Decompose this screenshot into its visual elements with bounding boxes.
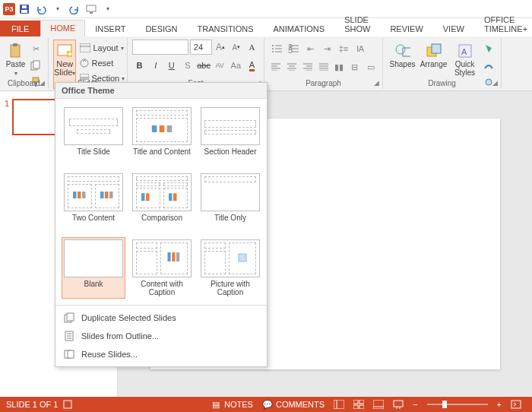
- start-from-beginning-icon[interactable]: [84, 2, 99, 17]
- font-name-combo[interactable]: [132, 40, 188, 55]
- sorter-view-icon[interactable]: [349, 400, 369, 409]
- font-size-combo[interactable]: 24: [190, 40, 212, 55]
- zoom-slider[interactable]: [427, 404, 488, 405]
- svg-rect-81: [353, 400, 358, 404]
- layout-button[interactable]: Layout▾: [78, 41, 127, 55]
- layout-section-header[interactable]: Section Header: [198, 105, 262, 166]
- svg-rect-53: [152, 125, 157, 132]
- shape-outline-icon[interactable]: [481, 58, 496, 73]
- line-spacing-icon[interactable]: ‡≡: [336, 41, 351, 56]
- svg-rect-77: [68, 350, 74, 358]
- zoom-out-icon[interactable]: −: [408, 400, 422, 409]
- fit-to-window-icon[interactable]: [506, 400, 526, 409]
- tab-insert[interactable]: INSERT: [85, 21, 135, 36]
- group-paragraph: 123 ⇤ ⇥ ‡≡ ⅠA ▮▮ ⊟ ▭ Paragraph ◢: [264, 38, 383, 89]
- tab-review[interactable]: REVIEW: [380, 21, 432, 36]
- undo-icon[interactable]: [33, 2, 49, 17]
- shadow-icon[interactable]: S: [180, 58, 195, 73]
- text-direction-icon[interactable]: ⅠA: [353, 41, 368, 56]
- duplicate-icon: [63, 312, 75, 324]
- tab-home[interactable]: HOME: [40, 20, 85, 36]
- svg-rect-78: [64, 401, 71, 408]
- group-clipboard: Paste ▾ ✂ Clipboard ◢: [0, 38, 49, 89]
- tab-design[interactable]: DESIGN: [135, 21, 187, 36]
- layout-title-and-content[interactable]: Title and Content: [130, 105, 194, 166]
- shapes-icon: [395, 43, 410, 59]
- copy-icon[interactable]: [28, 58, 43, 73]
- comments-button[interactable]: 💬COMMENTS: [258, 399, 329, 410]
- shrink-font-icon[interactable]: A▾: [229, 40, 243, 55]
- reset-button[interactable]: Reset: [78, 56, 127, 70]
- reuse-icon: [63, 348, 75, 360]
- layout-two-content[interactable]: Two Content: [62, 171, 125, 233]
- spacing-icon[interactable]: AV: [213, 58, 227, 73]
- reading-view-icon[interactable]: [369, 400, 388, 409]
- group-drawing: Shapes Arrange A Quick Styles Drawing ◢: [383, 38, 502, 89]
- layout-picture-with-caption[interactable]: Picture with Caption: [198, 237, 262, 299]
- align-text-icon[interactable]: ⊟: [348, 59, 363, 74]
- slide-thumbnail[interactable]: [12, 99, 61, 135]
- outline-icon: [63, 330, 75, 342]
- layout-grid: Title Slide Title and Content Section He…: [55, 99, 267, 305]
- notes-button[interactable]: ▤NOTES: [206, 399, 258, 410]
- svg-rect-54: [160, 125, 165, 132]
- strikethrough-icon[interactable]: abc: [197, 58, 211, 73]
- svg-rect-84: [359, 405, 364, 409]
- bullets-icon[interactable]: [269, 41, 284, 56]
- tab-transitions[interactable]: TRANSITIONS: [188, 21, 264, 36]
- svg-point-20: [272, 48, 274, 49]
- qat-customize-icon[interactable]: ▾: [100, 2, 116, 17]
- grow-font-icon[interactable]: A▴: [214, 40, 228, 55]
- save-icon[interactable]: [17, 2, 32, 17]
- undo-dropdown-icon[interactable]: ▾: [50, 2, 65, 17]
- tab-view[interactable]: VIEW: [433, 21, 474, 36]
- layout-content-with-caption[interactable]: Content with Caption: [130, 237, 194, 299]
- smartart-icon[interactable]: ▭: [363, 59, 378, 74]
- justify-icon[interactable]: [316, 59, 331, 74]
- reuse-slides-item[interactable]: Reuse Slides...: [55, 345, 267, 363]
- slideshow-view-icon[interactable]: [388, 400, 408, 409]
- redo-icon[interactable]: [67, 2, 82, 17]
- svg-rect-83: [353, 405, 358, 409]
- bold-icon[interactable]: B: [132, 58, 147, 73]
- layout-title-slide[interactable]: Title Slide: [62, 105, 125, 166]
- tab-file[interactable]: FILE: [0, 21, 40, 36]
- underline-icon[interactable]: U: [164, 58, 179, 73]
- layout-comparison[interactable]: Comparison: [130, 171, 194, 233]
- align-right-icon[interactable]: [300, 59, 315, 74]
- svg-rect-13: [80, 43, 90, 52]
- dialog-launcher-icon[interactable]: ◢: [37, 78, 46, 87]
- align-center-icon[interactable]: [285, 59, 299, 74]
- change-case-icon[interactable]: Aa: [229, 58, 243, 73]
- tab-slideshow[interactable]: SLIDE SHOW: [334, 11, 380, 36]
- clear-formatting-icon[interactable]: A: [245, 40, 259, 55]
- spell-check-icon[interactable]: [58, 399, 78, 410]
- layout-blank[interactable]: Blank: [62, 237, 125, 299]
- svg-rect-58: [82, 192, 86, 198]
- slides-from-outline-item[interactable]: Slides from Outline...: [55, 327, 267, 345]
- dropdown-header: Office Theme: [55, 83, 267, 99]
- italic-icon[interactable]: I: [148, 58, 163, 73]
- svg-rect-57: [78, 192, 81, 198]
- font-color-icon[interactable]: A: [245, 58, 259, 73]
- svg-point-46: [396, 45, 405, 54]
- numbering-icon[interactable]: 123: [286, 41, 301, 56]
- normal-view-icon[interactable]: [329, 400, 349, 409]
- svg-rect-65: [173, 193, 177, 201]
- cut-icon[interactable]: ✂: [28, 41, 43, 56]
- group-label: Paragraph: [264, 79, 382, 87]
- zoom-in-icon[interactable]: +: [492, 400, 506, 409]
- decrease-indent-icon[interactable]: ⇤: [302, 41, 318, 56]
- increase-indent-icon[interactable]: ⇥: [319, 41, 334, 56]
- dialog-launcher-icon[interactable]: ◢: [372, 78, 381, 87]
- notes-icon: ▤: [211, 399, 221, 410]
- dialog-launcher-icon[interactable]: ◢: [490, 78, 499, 87]
- columns-icon[interactable]: ▮▮: [332, 59, 347, 74]
- tab-animations[interactable]: ANIMATIONS: [264, 21, 335, 36]
- duplicate-slides-item[interactable]: Duplicate Selected Slides: [55, 309, 267, 327]
- tab-office-timeline[interactable]: OFFICE TIMELINE+: [474, 11, 532, 36]
- app-icon: P3: [3, 3, 15, 15]
- shape-fill-icon[interactable]: [481, 41, 496, 56]
- layout-title-only[interactable]: Title Only: [198, 171, 262, 233]
- align-left-icon[interactable]: [269, 59, 283, 74]
